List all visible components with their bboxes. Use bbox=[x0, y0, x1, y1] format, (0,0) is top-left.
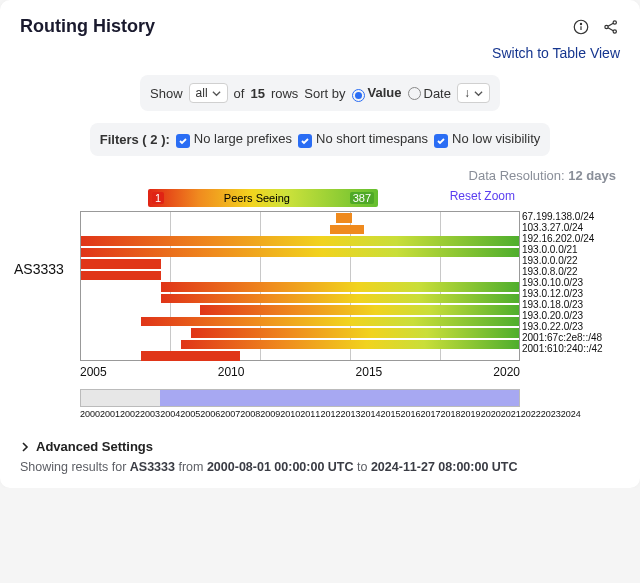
timeline-segment[interactable] bbox=[81, 236, 519, 246]
time-scrubber[interactable] bbox=[80, 389, 520, 407]
timeline-plot[interactable] bbox=[80, 211, 520, 361]
info-icon[interactable] bbox=[572, 18, 590, 36]
timeline-segment[interactable] bbox=[141, 317, 519, 327]
prefix-label: 2001:610:240::/42 bbox=[522, 343, 620, 354]
show-label: Show bbox=[150, 86, 183, 101]
timeline-row[interactable] bbox=[81, 213, 519, 223]
prefix-label: 103.3.27.0/24 bbox=[522, 222, 620, 233]
svg-line-6 bbox=[608, 23, 613, 26]
svg-point-4 bbox=[613, 20, 616, 23]
timeline-row[interactable] bbox=[81, 317, 519, 327]
filter-low-visibility[interactable]: No low visibility bbox=[434, 131, 540, 148]
checkbox-icon bbox=[298, 134, 312, 148]
chevron-down-icon bbox=[212, 89, 221, 98]
x-axis-major: 2005201020152020 bbox=[80, 365, 520, 379]
legend-min: 1 bbox=[152, 192, 164, 204]
sort-label: Sort by bbox=[304, 86, 345, 101]
color-legend: 1 Peers Seeing 387 bbox=[148, 189, 378, 207]
rows-label: rows bbox=[271, 86, 298, 101]
prefix-label: 193.0.10.0/23 bbox=[522, 277, 620, 288]
timeline-row[interactable] bbox=[81, 271, 519, 281]
prefix-label: 193.0.20.0/23 bbox=[522, 310, 620, 321]
of-label: of bbox=[234, 86, 245, 101]
display-controls: Show all of 15 rows Sort by Value Date ↓ bbox=[140, 75, 500, 111]
show-select[interactable]: all bbox=[189, 83, 228, 103]
timeline-row[interactable] bbox=[81, 294, 519, 304]
timeline-row[interactable] bbox=[81, 225, 519, 235]
prefix-label: 193.0.8.0/22 bbox=[522, 266, 620, 277]
radio-icon bbox=[408, 87, 421, 100]
legend-max: 387 bbox=[350, 192, 374, 204]
data-resolution: Data Resolution: 12 days bbox=[20, 168, 616, 183]
timeline-segment[interactable] bbox=[161, 282, 519, 292]
chart-area: 1 Peers Seeing 387 Reset Zoom AS3333 67.… bbox=[20, 189, 620, 419]
timeline-segment[interactable] bbox=[161, 294, 519, 304]
timeline-segment[interactable] bbox=[141, 351, 241, 361]
timeline-row[interactable] bbox=[81, 328, 519, 338]
checkbox-icon bbox=[176, 134, 190, 148]
prefix-labels: 67.199.138.0/24103.3.27.0/24192.16.202.0… bbox=[522, 211, 620, 354]
checkbox-icon bbox=[434, 134, 448, 148]
sort-date-radio[interactable]: Date bbox=[408, 86, 451, 101]
timeline-row[interactable] bbox=[81, 236, 519, 246]
timeline-row[interactable] bbox=[81, 282, 519, 292]
legend-label: Peers Seeing bbox=[224, 192, 290, 204]
total-rows: 15 bbox=[250, 86, 264, 101]
filter-controls: Filters ( 2 ): No large prefixes No shor… bbox=[90, 123, 551, 156]
filter-large-prefixes[interactable]: No large prefixes bbox=[176, 131, 292, 148]
advanced-settings-toggle[interactable]: Advanced Settings bbox=[20, 439, 620, 454]
timeline-segment[interactable] bbox=[181, 340, 519, 350]
prefix-label: 67.199.138.0/24 bbox=[522, 211, 620, 222]
timeline-segment[interactable] bbox=[81, 248, 519, 258]
radio-icon bbox=[352, 89, 365, 102]
results-summary: Showing results for AS3333 from 2000-08-… bbox=[20, 460, 620, 474]
timeline-segment[interactable] bbox=[200, 305, 519, 315]
timeline-segment[interactable] bbox=[336, 213, 352, 223]
chevron-down-icon bbox=[474, 89, 483, 98]
timeline-segment[interactable] bbox=[191, 328, 520, 338]
filter-short-timespans[interactable]: No short timespans bbox=[298, 131, 428, 148]
sort-dir: ↓ bbox=[464, 86, 470, 100]
timeline-row[interactable] bbox=[81, 248, 519, 258]
page-title: Routing History bbox=[20, 16, 155, 37]
prefix-label: 192.16.202.0/24 bbox=[522, 233, 620, 244]
scrubber-selection[interactable] bbox=[160, 390, 519, 406]
timeline-row[interactable] bbox=[81, 351, 519, 361]
switch-view-link[interactable]: Switch to Table View bbox=[20, 45, 620, 61]
timeline-segment[interactable] bbox=[330, 225, 364, 235]
header-actions bbox=[572, 18, 620, 36]
prefix-label: 193.0.0.0/21 bbox=[522, 244, 620, 255]
prefix-label: 193.0.0.0/22 bbox=[522, 255, 620, 266]
svg-point-5 bbox=[613, 29, 616, 32]
prefix-label: 193.0.12.0/23 bbox=[522, 288, 620, 299]
timeline-segment[interactable] bbox=[81, 259, 161, 269]
y-axis-asn: AS3333 bbox=[14, 261, 64, 277]
prefix-label: 2001:67c:2e8::/48 bbox=[522, 332, 620, 343]
reset-zoom-link[interactable]: Reset Zoom bbox=[450, 189, 515, 203]
svg-point-2 bbox=[580, 23, 581, 24]
filters-label: Filters ( 2 ): bbox=[100, 132, 170, 147]
share-icon[interactable] bbox=[602, 18, 620, 36]
timeline-row[interactable] bbox=[81, 340, 519, 350]
chevron-right-icon bbox=[20, 442, 30, 452]
prefix-label: 193.0.18.0/23 bbox=[522, 299, 620, 310]
timeline-row[interactable] bbox=[81, 259, 519, 269]
svg-line-7 bbox=[608, 27, 613, 30]
sort-dir-select[interactable]: ↓ bbox=[457, 83, 490, 103]
timeline-row[interactable] bbox=[81, 305, 519, 315]
prefix-label: 193.0.22.0/23 bbox=[522, 321, 620, 332]
svg-point-3 bbox=[605, 25, 608, 28]
sort-value-radio[interactable]: Value bbox=[352, 85, 402, 102]
show-value: all bbox=[196, 86, 208, 100]
timeline-segment[interactable] bbox=[81, 271, 161, 281]
scrubber-ticks: 2000200120022003200420052006200720082009… bbox=[80, 409, 520, 419]
card-header: Routing History bbox=[20, 16, 620, 37]
routing-history-card: Routing History Switch to Table View Sho… bbox=[0, 0, 640, 488]
